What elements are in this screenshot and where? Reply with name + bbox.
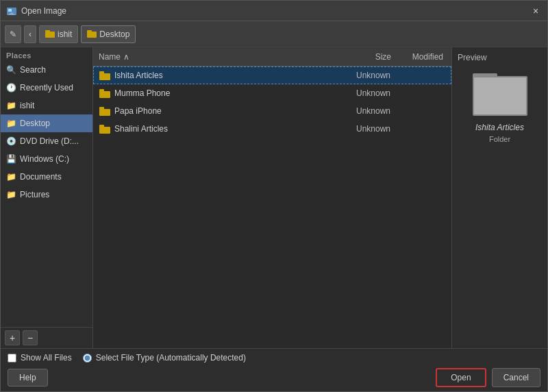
sidebar-item-recently-used[interactable]: 🕐 Recently Used	[1, 79, 92, 97]
file-size: Unknown	[349, 124, 390, 134]
breadcrumb-desktop-label: Desktop	[99, 29, 129, 39]
sidebar: Places 🔍 Search 🕐 Recently Used 📁 ishit …	[1, 47, 93, 348]
bottom-buttons: Help Open Cancel	[8, 368, 540, 387]
preview-folder-name: Ishita Articles	[475, 123, 524, 132]
show-all-files-label: Show All Files	[21, 353, 72, 363]
edit-icon: ✎	[10, 29, 16, 39]
folder-inner	[474, 77, 526, 114]
file-area: Name ∧ Size Modified Ishita ArticlesUnkn…	[93, 47, 451, 348]
folder-icon	[99, 71, 110, 80]
open-image-dialog: Open Image × ✎ ‹ ishit Desktop Places 🔍 …	[0, 0, 548, 392]
sidebar-item-ishit[interactable]: 📁 ishit	[1, 97, 92, 114]
file-name: Mumma Phone	[114, 88, 170, 98]
back-button[interactable]: ‹	[24, 25, 36, 43]
toolbar: ✎ ‹ ishit Desktop	[1, 21, 547, 47]
bottom-right-buttons: Open Cancel	[436, 368, 540, 387]
file-name: Papa iPhone	[114, 106, 162, 116]
table-row[interactable]: Shalini ArticlesUnknown	[93, 120, 451, 138]
sidebar-item-documents[interactable]: 📁 Documents	[1, 168, 92, 186]
sort-icon: ∧	[123, 52, 129, 62]
table-row[interactable]: Mumma PhoneUnknown	[93, 84, 451, 102]
column-name[interactable]: Name ∧	[99, 52, 350, 62]
svg-rect-1	[8, 9, 12, 12]
open-button[interactable]: Open	[436, 368, 486, 387]
sidebar-recently-used-label: Recently Used	[20, 83, 73, 93]
column-size[interactable]: Size	[350, 52, 391, 62]
bottom-bar: Show All Files Select File Type (Automat…	[1, 348, 547, 391]
sidebar-pictures-label: Pictures	[20, 190, 49, 199]
dialog-icon	[6, 5, 17, 16]
file-size: Unknown	[349, 106, 390, 116]
breadcrumb-ishit[interactable]: ishit	[39, 25, 78, 43]
breadcrumb-desktop[interactable]: Desktop	[81, 25, 136, 43]
file-name: Shalini Articles	[114, 124, 168, 134]
edit-location-button[interactable]: ✎	[5, 25, 21, 43]
column-modified[interactable]: Modified	[391, 52, 446, 62]
preview-panel: Preview Ishita Articles Folder	[451, 47, 547, 348]
places-label: Places	[1, 47, 92, 61]
cancel-button[interactable]: Cancel	[492, 368, 540, 387]
sidebar-documents-label: Documents	[20, 172, 62, 182]
dialog-title: Open Image	[21, 6, 66, 16]
folder-icon: 📁	[6, 172, 16, 182]
breadcrumb-ishit-label: ishit	[58, 29, 72, 39]
sidebar-dvd-label: DVD Drive (D:...	[20, 136, 79, 146]
add-bookmark-button[interactable]: +	[5, 330, 20, 345]
dvd-icon: 💿	[6, 136, 16, 146]
file-size: Unknown	[349, 71, 390, 80]
sidebar-item-windows-c[interactable]: 💾 Windows (C:)	[1, 150, 92, 168]
file-type-label: Select File Type (Automatically Detected…	[96, 353, 246, 363]
clock-icon: 🕐	[6, 83, 16, 93]
search-icon: 🔍	[6, 65, 16, 75]
file-type-option[interactable]: Select File Type (Automatically Detected…	[83, 353, 246, 363]
file-type-radio[interactable]	[83, 354, 92, 363]
sidebar-item-search[interactable]: 🔍 Search	[1, 61, 92, 79]
titlebar-left: Open Image	[6, 5, 66, 16]
titlebar: Open Image ×	[1, 1, 547, 21]
show-all-files-checkbox[interactable]	[8, 354, 16, 363]
folder-icon	[45, 30, 55, 38]
preview-title: Preview	[458, 53, 487, 62]
main-content: Places 🔍 Search 🕐 Recently Used 📁 ishit …	[1, 47, 547, 348]
table-row[interactable]: Ishita ArticlesUnknown	[93, 66, 451, 84]
remove-bookmark-button[interactable]: −	[23, 330, 38, 345]
folder-icon: 📁	[6, 101, 16, 110]
bottom-options: Show All Files Select File Type (Automat…	[8, 353, 540, 363]
sidebar-item-pictures[interactable]: 📁 Pictures	[1, 186, 92, 204]
preview-folder-type: Folder	[489, 135, 510, 143]
sidebar-desktop-label: Desktop	[20, 119, 50, 128]
show-all-files-option[interactable]: Show All Files	[8, 353, 72, 363]
sidebar-bottom: + −	[1, 327, 92, 348]
sidebar-search-label: Search	[20, 65, 46, 75]
drive-icon: 💾	[6, 154, 16, 164]
help-button[interactable]: Help	[8, 369, 48, 387]
file-size: Unknown	[349, 88, 390, 98]
folder-icon: 📁	[6, 190, 16, 199]
folder-icon	[99, 125, 110, 134]
sidebar-windows-label: Windows (C:)	[20, 154, 69, 164]
close-button[interactable]: ×	[530, 5, 542, 17]
table-row[interactable]: Papa iPhoneUnknown	[93, 102, 451, 120]
sidebar-item-desktop[interactable]: 📁 Desktop	[1, 114, 92, 132]
file-list-header: Name ∧ Size Modified	[93, 47, 451, 66]
back-icon: ‹	[29, 29, 32, 39]
folder-icon	[99, 89, 110, 98]
folder-icon	[99, 107, 110, 116]
sidebar-ishit-label: ishit	[20, 101, 34, 110]
preview-folder-icon	[473, 68, 527, 116]
folder-icon	[87, 30, 97, 38]
sidebar-item-dvd-drive[interactable]: 💿 DVD Drive (D:...	[1, 132, 92, 150]
file-name: Ishita Articles	[114, 71, 163, 80]
folder-icon: 📁	[6, 119, 16, 128]
file-list[interactable]: Ishita ArticlesUnknownMumma PhoneUnknown…	[93, 66, 451, 348]
